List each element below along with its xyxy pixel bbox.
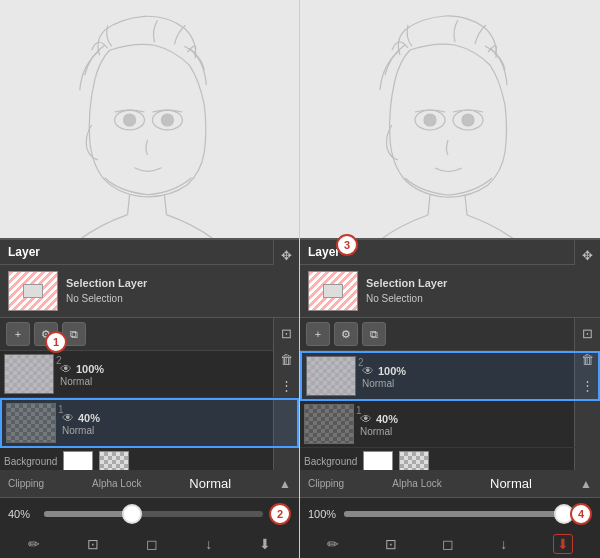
- layer2-thumb-left: [4, 354, 54, 394]
- slider-fill-left: [44, 511, 132, 517]
- layer2-thumb-right: [306, 356, 356, 396]
- side-btn-select-right[interactable]: ⊡: [577, 322, 599, 344]
- ptb-select-left[interactable]: ◻: [146, 536, 158, 552]
- opacity-value-right: 100%: [308, 508, 338, 520]
- layer1-row-right[interactable]: 👁 40% Normal 1: [300, 401, 600, 448]
- selection-info-left: Selection Layer No Selection: [66, 276, 147, 305]
- ptb-brush-left[interactable]: ⊡: [87, 536, 99, 552]
- layer2-number-right: 2: [358, 357, 364, 368]
- ptb-down-right[interactable]: ↓: [500, 536, 507, 552]
- left-panel: Layer ✥ ↓ ↑ ⊡ 🗑 ⋮ Selection Layer No Sel…: [0, 0, 300, 558]
- circle-4-right: 4: [570, 503, 592, 525]
- selection-name-left: Selection Layer: [66, 276, 147, 291]
- canvas-area-left: [0, 0, 299, 240]
- layer1-mode-right: Normal: [360, 426, 564, 437]
- copy-btn-right[interactable]: ⧉: [362, 322, 386, 346]
- alpha-lock-btn-right[interactable]: Alpha Lock: [392, 478, 441, 489]
- selection-layer-right[interactable]: Selection Layer No Selection: [300, 265, 600, 318]
- layer2-name-row-left: 👁 100%: [60, 362, 263, 376]
- layer1-checker-left: [7, 404, 55, 442]
- add-layer-btn-right[interactable]: +: [306, 322, 330, 346]
- sketch-background-right: [300, 0, 600, 240]
- side-btn-move[interactable]: ✥: [276, 244, 298, 266]
- sketch-svg-right: [300, 0, 600, 240]
- ptb-select-right[interactable]: ◻: [442, 536, 454, 552]
- selection-inner-thumb-left: [23, 284, 43, 298]
- slider-thumb-left[interactable]: [122, 504, 142, 524]
- svg-point-7: [462, 114, 474, 126]
- mode-label-left: Normal: [189, 476, 231, 491]
- clipping-label-right: Clipping: [308, 478, 344, 489]
- layer1-opacity-right: 40%: [376, 413, 398, 425]
- layer2-opacity-left: 100%: [76, 363, 104, 375]
- svg-point-2: [124, 114, 136, 126]
- opacity-bar-right: 100% 4: [300, 498, 600, 530]
- clipping-btn-right[interactable]: Clipping: [308, 478, 344, 489]
- layer2-row-right[interactable]: 👁 100% Normal 2: [300, 351, 600, 401]
- mode-arrow-left[interactable]: ▲: [279, 477, 291, 491]
- selection-inner-thumb-right: [323, 284, 343, 298]
- alpha-lock-btn-left[interactable]: Alpha Lock: [92, 478, 141, 489]
- opacity-slider-left[interactable]: [44, 511, 263, 517]
- opacity-value-left: 40%: [8, 508, 38, 520]
- svg-point-6: [424, 114, 436, 126]
- layer-header-label-left: Layer: [8, 245, 40, 259]
- selection-thumb-right: [308, 271, 358, 311]
- layer-tools-row-left: + ⚙ 1 ⧉: [0, 318, 299, 351]
- circle-3-right: 3: [336, 234, 358, 256]
- layer1-thumb-left: [6, 403, 56, 443]
- selection-info-right: Selection Layer No Selection: [366, 276, 447, 305]
- bg-white-left: [63, 451, 93, 471]
- slider-fill-right: [344, 511, 564, 517]
- mode-bar-left: Clipping Alpha Lock Normal ▲: [0, 470, 299, 498]
- panel-tools-bottom-right: ✏ ⊡ ◻ ↓ ⬇: [300, 530, 600, 558]
- layer1-thumb-right: [304, 404, 354, 444]
- bg-white-right: [363, 451, 393, 471]
- bg-label-left: Background: [4, 456, 57, 467]
- sketch-svg-left: [0, 0, 299, 240]
- circle-1-left: 1: [45, 331, 67, 353]
- mode-bar-right: Clipping Alpha Lock Normal ▲: [300, 470, 600, 498]
- alpha-label-right: Alpha Lock: [392, 478, 441, 489]
- layer-header-left: Layer: [0, 240, 299, 265]
- layer-panel-right: Layer ✥ ↓ ↑ ⊡ 🗑 ⋮ Selection Layer No Sel…: [300, 238, 600, 558]
- ptb-pencil-left[interactable]: ✏: [28, 536, 40, 552]
- layer1-row-left[interactable]: 👁 40% Normal 1: [0, 398, 299, 448]
- clipping-btn-left[interactable]: Clipping: [8, 478, 44, 489]
- side-btn-select[interactable]: ⊡: [276, 322, 298, 344]
- ptb-brush-right[interactable]: ⊡: [385, 536, 397, 552]
- layer2-row-left[interactable]: 👁 100% Normal 2: [0, 351, 299, 398]
- canvas-area-right: [300, 0, 600, 240]
- layer1-number-left: 1: [58, 404, 64, 415]
- layer2-checker-left: [5, 355, 53, 393]
- opacity-bar-left: 40% 2: [0, 498, 299, 530]
- selection-name-right: Selection Layer: [366, 276, 447, 291]
- layer1-checker-right: [305, 405, 353, 443]
- layer2-checker-right: [307, 357, 355, 395]
- selection-sub-right: No Selection: [366, 292, 447, 306]
- side-btn-move-right[interactable]: ✥: [577, 244, 599, 266]
- layer2-opacity-right: 100%: [378, 365, 406, 377]
- selection-thumb-left: [8, 271, 58, 311]
- ptb-down2-left[interactable]: ⬇: [259, 536, 271, 552]
- add-layer-btn-left[interactable]: +: [6, 322, 30, 346]
- mode-label-right: Normal: [490, 476, 532, 491]
- ptb-pencil-right[interactable]: ✏: [327, 536, 339, 552]
- gear-btn-right[interactable]: ⚙: [334, 322, 358, 346]
- layer1-mode-left: Normal: [62, 425, 261, 436]
- layer-tools-row-right: + ⚙ ⧉ 3: [300, 318, 600, 351]
- layer2-number-left: 2: [56, 355, 62, 366]
- bg-checker-left: [99, 451, 129, 471]
- layer1-info-right: 👁 40% Normal: [354, 410, 570, 439]
- sketch-background-left: [0, 0, 299, 240]
- layer2-mode-right: Normal: [362, 378, 562, 389]
- gear-btn-left[interactable]: ⚙ 1: [34, 322, 58, 346]
- mode-arrow-right[interactable]: ▲: [580, 477, 592, 491]
- layer-panel-left: Layer ✥ ↓ ↑ ⊡ 🗑 ⋮ Selection Layer No Sel…: [0, 238, 299, 558]
- bg-label-right: Background: [304, 456, 357, 467]
- ptb-down-left[interactable]: ↓: [205, 536, 212, 552]
- selection-layer-left[interactable]: Selection Layer No Selection: [0, 265, 299, 318]
- opacity-slider-right[interactable]: [344, 511, 564, 517]
- ptb-down2-right[interactable]: ⬇: [553, 534, 573, 554]
- layer1-number-right: 1: [356, 405, 362, 416]
